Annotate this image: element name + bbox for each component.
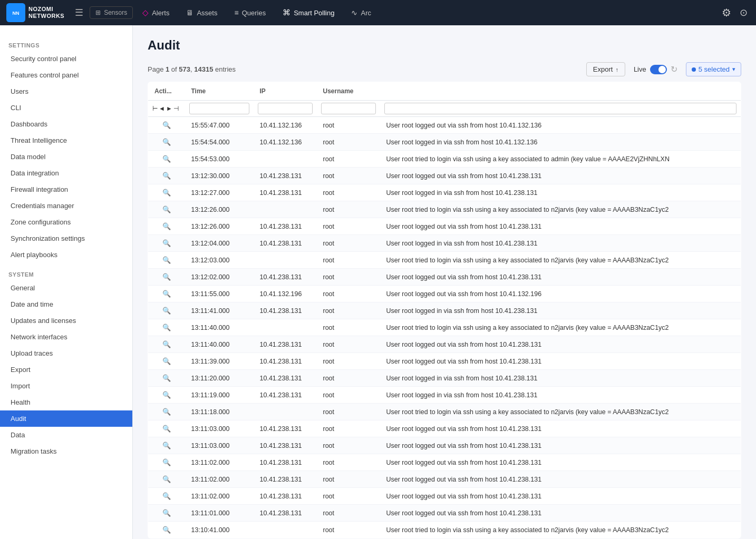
col-header-username[interactable]: Username <box>317 82 380 101</box>
row-time: 13:12:30.000 <box>185 168 254 184</box>
ip-filter-input[interactable] <box>258 103 313 114</box>
row-search-icon[interactable]: 🔍 <box>162 425 171 433</box>
prev-page-icon[interactable]: ◄ <box>159 105 165 112</box>
row-username: root <box>317 387 380 404</box>
col-header-ip[interactable]: IP <box>254 82 317 101</box>
settings-section-title: Settings <box>0 38 132 51</box>
row-username: root <box>317 370 380 387</box>
sidebar-item-export[interactable]: Export <box>0 361 132 378</box>
table-row: 🔍 15:55:47.000 10.41.132.136 root User r… <box>148 117 741 134</box>
time-filter-input[interactable] <box>189 103 249 114</box>
row-time: 13:11:18.000 <box>185 404 254 420</box>
row-action-cell: 🔍 <box>148 336 185 353</box>
sidebar-item-security-control-panel[interactable]: Security control panel <box>0 51 132 67</box>
row-time: 13:11:55.000 <box>185 286 254 302</box>
next-page-icon[interactable]: ► <box>166 105 172 112</box>
arc-nav-item[interactable]: ∿ Arc <box>344 5 379 20</box>
row-search-icon[interactable]: 🔍 <box>162 222 171 230</box>
sidebar-item-threat-intelligence[interactable]: Threat Intelligence <box>0 132 132 149</box>
row-search-icon[interactable]: 🔍 <box>162 526 171 534</box>
row-search-icon[interactable]: 🔍 <box>162 442 171 449</box>
table-row: 🔍 13:12:02.000 10.41.238.131 root User r… <box>148 269 741 286</box>
row-search-icon[interactable]: 🔍 <box>162 256 171 264</box>
row-search-icon[interactable]: 🔍 <box>162 374 171 382</box>
sidebar-item-dashboards[interactable]: Dashboards <box>0 116 132 132</box>
hamburger-menu[interactable]: ☰ <box>71 4 88 22</box>
last-page-icon[interactable]: ⊣ <box>173 105 179 112</box>
user-icon[interactable]: ⊙ <box>738 5 750 21</box>
sidebar-item-date-and-time[interactable]: Date and time <box>0 296 132 312</box>
assets-nav-item[interactable]: 🖥 Assets <box>179 5 225 20</box>
first-page-icon[interactable]: ⊢ <box>152 105 158 112</box>
alerts-nav-item[interactable]: ◇ Alerts <box>135 5 177 21</box>
sidebar-item-health[interactable]: Health <box>0 394 132 410</box>
table-controls: Page 1 of 573, 14315 entries Export ↑ Li… <box>148 62 741 76</box>
row-search-icon[interactable]: 🔍 <box>162 408 171 416</box>
smart-polling-nav-item[interactable]: ⌘ Smart Polling <box>275 5 342 21</box>
row-search-icon[interactable]: 🔍 <box>162 391 171 399</box>
sidebar-item-users[interactable]: Users <box>0 83 132 100</box>
table-row: 🔍 15:54:53.000 root User root tried to l… <box>148 151 741 168</box>
table-row: 🔍 13:11:02.000 10.41.238.131 root User r… <box>148 488 741 505</box>
sensors-nav-item[interactable]: ⊞ Sensors <box>90 6 133 19</box>
row-search-icon[interactable]: 🔍 <box>162 509 171 517</box>
row-search-icon[interactable]: 🔍 <box>162 475 171 483</box>
sidebar-item-updates-and-licenses[interactable]: Updates and licenses <box>0 312 132 329</box>
row-ip: 10.41.238.131 <box>254 168 317 184</box>
row-search-icon[interactable]: 🔍 <box>162 290 171 298</box>
sidebar-item-credentials-manager[interactable]: Credentials manager <box>0 198 132 214</box>
sidebar-item-cli[interactable]: CLI <box>0 100 132 116</box>
sidebar-item-general[interactable]: General <box>0 280 132 296</box>
row-search-icon[interactable]: 🔍 <box>162 273 171 281</box>
table-row: 🔍 15:54:54.000 10.41.132.136 root User r… <box>148 134 741 151</box>
row-search-icon[interactable]: 🔍 <box>162 205 171 213</box>
brand-logo[interactable]: NN NOZOMINETWORKS <box>6 3 64 22</box>
sidebar-item-alert-playbooks[interactable]: Alert playbooks <box>0 247 132 263</box>
row-username: root <box>317 269 380 286</box>
sidebar-item-import[interactable]: Import <box>0 378 132 394</box>
settings-icon[interactable]: ⚙ <box>720 4 733 21</box>
sidebar-item-data-integration[interactable]: Data integration <box>0 165 132 181</box>
row-search-icon[interactable]: 🔍 <box>162 492 171 500</box>
sidebar-item-features-control-panel[interactable]: Features control panel <box>0 67 132 83</box>
row-username: root <box>317 505 380 522</box>
queries-nav-item[interactable]: ≡ Queries <box>227 5 273 20</box>
row-search-icon[interactable]: 🔍 <box>162 189 171 197</box>
row-search-icon[interactable]: 🔍 <box>162 172 171 180</box>
row-search-icon[interactable]: 🔍 <box>162 121 171 129</box>
col-header-time[interactable]: Time <box>185 82 254 101</box>
row-search-icon[interactable]: 🔍 <box>162 324 171 331</box>
alerts-label: Alerts <box>152 9 169 17</box>
row-message: User root tried to login via ssh using a… <box>380 151 741 168</box>
sidebar-item-firewall-integration[interactable]: Firewall integration <box>0 181 132 198</box>
row-ip: 10.41.238.131 <box>254 420 317 437</box>
row-ip: 10.41.238.131 <box>254 505 317 522</box>
row-search-icon[interactable]: 🔍 <box>162 307 171 315</box>
row-time: 13:11:40.000 <box>185 336 254 353</box>
row-search-icon[interactable]: 🔍 <box>162 239 171 247</box>
row-search-icon[interactable]: 🔍 <box>162 458 171 466</box>
row-action-cell: 🔍 <box>148 420 185 437</box>
selected-dropdown[interactable]: 5 selected ▾ <box>686 62 741 76</box>
row-username: root <box>317 117 380 134</box>
row-search-icon[interactable]: 🔍 <box>162 155 171 163</box>
row-search-icon[interactable]: 🔍 <box>162 357 171 365</box>
sidebar-item-zone-configurations[interactable]: Zone configurations <box>0 214 132 230</box>
sidebar-item-audit[interactable]: Audit <box>0 410 132 427</box>
row-search-icon[interactable]: 🔍 <box>162 340 171 348</box>
row-search-icon[interactable]: 🔍 <box>162 138 171 146</box>
row-action-cell: 🔍 <box>148 117 185 134</box>
message-filter-input[interactable] <box>384 103 737 114</box>
export-button[interactable]: Export ↑ <box>586 62 625 76</box>
username-filter-input[interactable] <box>321 103 376 114</box>
sidebar-item-network-interfaces[interactable]: Network interfaces <box>0 329 132 345</box>
sidebar-item-migration-tasks[interactable]: Migration tasks <box>0 443 132 459</box>
sidebar-item-synchronization-settings[interactable]: Synchronization settings <box>0 230 132 247</box>
row-ip <box>254 522 317 538</box>
sidebar-item-data-model[interactable]: Data model <box>0 149 132 165</box>
sidebar-item-upload-traces[interactable]: Upload traces <box>0 345 132 361</box>
table-right-controls: Export ↑ Live ↻ 5 selected ▾ <box>586 62 741 76</box>
sidebar-item-data[interactable]: Data <box>0 427 132 443</box>
row-username: root <box>317 336 380 353</box>
live-toggle-switch[interactable] <box>650 65 667 74</box>
